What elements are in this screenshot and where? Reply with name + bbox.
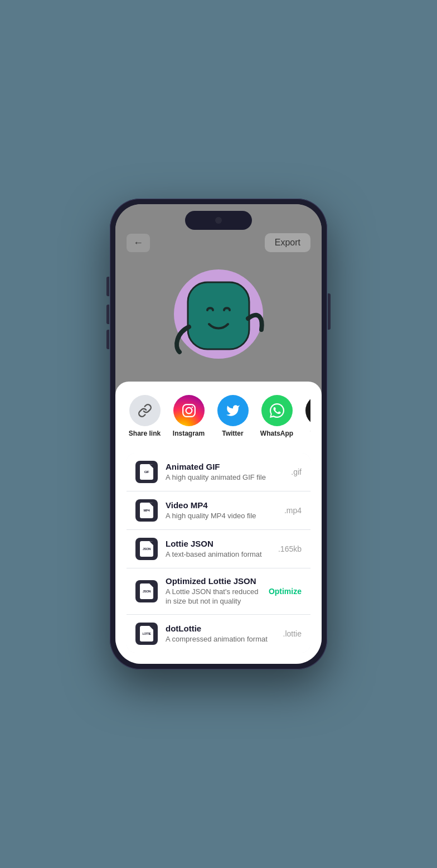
- notch: [185, 211, 252, 230]
- export-optimized-item[interactable]: JSON Optimized Lottie JSON A Lottie JSON…: [127, 568, 310, 615]
- optimize-button[interactable]: Optimize: [269, 587, 302, 596]
- whatsapp-label: WhatsApp: [260, 430, 293, 437]
- svg-rect-1: [183, 404, 195, 417]
- gif-file-icon: GIF: [135, 461, 158, 483]
- back-button[interactable]: ←: [127, 234, 150, 252]
- lottie-title: dotLottie: [166, 624, 275, 633]
- json-export-text: Lottie JSON A text-based animation forma…: [166, 539, 270, 560]
- mascot-body: [171, 266, 266, 374]
- export-mp4-item[interactable]: MP4 Video MP4 A high quality MP4 video f…: [127, 491, 310, 530]
- share-link-label: Share link: [129, 430, 161, 437]
- whatsapp-item[interactable]: WhatsApp: [259, 395, 295, 437]
- lottie-desc: A compressed animation format: [166, 635, 275, 644]
- tiktok-icon: [305, 395, 311, 426]
- mp4-icon-label: MP4: [144, 509, 150, 512]
- optimized-icon-label: JSON: [143, 590, 150, 593]
- share-link-icon: [129, 395, 161, 426]
- twitter-icon: [217, 395, 249, 426]
- instagram-label: Instagram: [173, 430, 205, 437]
- mp4-export-text: Video MP4 A high quality MP4 video file: [166, 500, 276, 521]
- mp4-desc: A high quality MP4 video file: [166, 512, 276, 521]
- whatsapp-icon: [261, 395, 293, 426]
- instagram-item[interactable]: Instagram: [171, 395, 207, 437]
- mp4-title: Video MP4: [166, 500, 276, 510]
- share-row: Share link Instagram: [127, 395, 310, 442]
- gif-icon-label: GIF: [144, 470, 149, 474]
- gif-export-text: Animated GIF A high quality animated GIF…: [166, 462, 283, 483]
- mascot-container: [157, 258, 280, 381]
- svg-point-2: [186, 408, 192, 414]
- svg-rect-0: [188, 282, 249, 349]
- export-list: GIF Animated GIF A high quality animated…: [127, 453, 310, 653]
- bottom-sheet: Share link Instagram: [115, 382, 322, 664]
- camera-dot: [215, 217, 222, 224]
- export-lottie-item[interactable]: LOTTIE dotLottie A compressed animation …: [127, 615, 310, 653]
- phone-frame: ← Export: [110, 199, 327, 669]
- lottie-file-icon: LOTTIE: [135, 623, 158, 645]
- lottie-export-text: dotLottie A compressed animation format: [166, 624, 275, 644]
- svg-point-3: [191, 407, 193, 408]
- export-json-item[interactable]: JSON Lottie JSON A text-based animation …: [127, 530, 310, 568]
- optimized-desc: A Lottie JSON that's reduced in size but…: [166, 587, 261, 606]
- gif-desc: A high quality animated GIF file: [166, 473, 283, 483]
- json-title: Lottie JSON: [166, 539, 270, 548]
- optimized-file-icon: JSON: [135, 580, 158, 602]
- mp4-file-icon: MP4: [135, 499, 158, 522]
- twitter-item[interactable]: Twitter: [215, 395, 251, 437]
- optimized-export-text: Optimized Lottie JSON A Lottie JSON that…: [166, 576, 261, 606]
- json-file-icon: JSON: [135, 538, 158, 560]
- json-icon-label: JSON: [143, 547, 150, 551]
- mp4-ext: .mp4: [284, 506, 302, 515]
- twitter-label: Twitter: [222, 430, 243, 437]
- lottie-icon-label: LOTTIE: [143, 632, 151, 635]
- export-gif-item[interactable]: GIF Animated GIF A high quality animated…: [127, 453, 310, 491]
- phone-screen: ← Export: [115, 204, 322, 664]
- gif-title: Animated GIF: [166, 462, 283, 471]
- optimized-title: Optimized Lottie JSON: [166, 576, 261, 586]
- tiktok-item[interactable]: TikTok: [303, 395, 310, 437]
- gif-ext: .gif: [291, 467, 302, 476]
- share-link-item[interactable]: Share link: [127, 395, 163, 437]
- lottie-ext: .lottie: [283, 629, 302, 638]
- preview-area: [115, 258, 322, 382]
- app-screen: ← Export: [115, 204, 322, 664]
- export-button[interactable]: Export: [265, 233, 310, 252]
- json-desc: A text-based animation format: [166, 550, 270, 560]
- json-ext: .165kb: [278, 544, 302, 553]
- instagram-icon: [173, 395, 205, 426]
